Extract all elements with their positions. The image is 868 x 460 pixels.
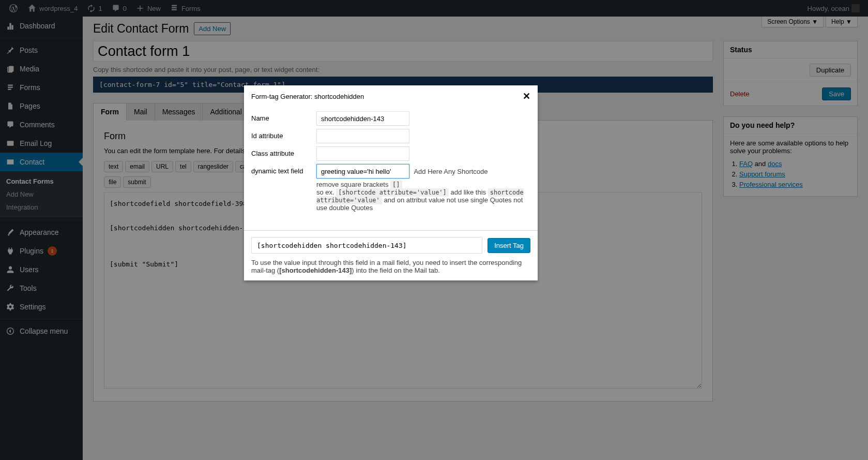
- modal-overlay[interactable]: [0, 0, 868, 17]
